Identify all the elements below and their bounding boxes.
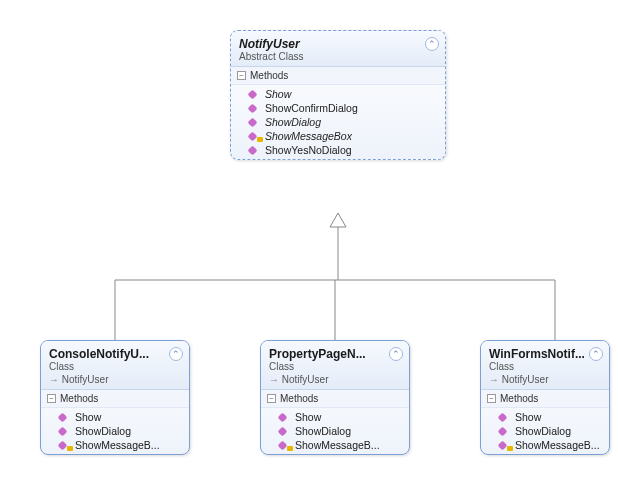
method-icon	[59, 426, 71, 436]
method-name: ShowDialog	[515, 425, 571, 437]
method-showdialog[interactable]: ShowDialog	[481, 424, 609, 438]
class-name: PropertyPageN...	[269, 347, 401, 361]
section-label: Methods	[500, 393, 538, 404]
class-diagram-canvas: NotifyUser Abstract Class ⌃ − Methods Sh…	[0, 0, 618, 500]
method-list: ShowShowDialogShowMessageB...	[41, 408, 189, 454]
method-icon	[249, 131, 261, 141]
collapse-icon[interactable]: ⌃	[169, 347, 183, 361]
class-header: ConsoleNotifyU... Class NotifyUser ⌃	[41, 341, 189, 390]
class-name: ConsoleNotifyU...	[49, 347, 181, 361]
method-showdialog[interactable]: ShowDialog	[261, 424, 409, 438]
methods-section-header[interactable]: − Methods	[231, 67, 445, 85]
method-name: ShowMessageB...	[295, 439, 380, 451]
toggle-icon[interactable]: −	[487, 394, 496, 403]
collapse-icon[interactable]: ⌃	[425, 37, 439, 51]
class-box-consolenotifyuser[interactable]: ConsoleNotifyU... Class NotifyUser ⌃ − M…	[40, 340, 190, 455]
method-icon	[249, 103, 261, 113]
section-label: Methods	[60, 393, 98, 404]
inherits-label: NotifyUser	[269, 374, 401, 385]
class-name: WinFormsNotif...	[489, 347, 601, 361]
method-list: ShowShowDialogShowMessageB...	[481, 408, 609, 454]
method-name: ShowConfirmDialog	[265, 102, 358, 114]
class-box-propertypagenotify[interactable]: PropertyPageN... Class NotifyUser ⌃ − Me…	[260, 340, 410, 455]
method-show[interactable]: Show	[231, 87, 445, 101]
class-stereotype: Abstract Class	[239, 51, 437, 62]
class-header: NotifyUser Abstract Class ⌃	[231, 31, 445, 67]
methods-section-header[interactable]: − Methods	[41, 390, 189, 408]
method-name: ShowMessageB...	[75, 439, 160, 451]
method-showdialog[interactable]: ShowDialog	[231, 115, 445, 129]
method-name: Show	[75, 411, 101, 423]
class-box-notifyuser[interactable]: NotifyUser Abstract Class ⌃ − Methods Sh…	[230, 30, 446, 160]
method-icon	[59, 412, 71, 422]
class-stereotype: Class	[489, 361, 601, 372]
method-icon	[249, 117, 261, 127]
method-icon	[499, 440, 511, 450]
method-name: Show	[265, 88, 291, 100]
method-name: ShowDialog	[75, 425, 131, 437]
class-stereotype: Class	[269, 361, 401, 372]
method-icon	[279, 412, 291, 422]
method-show[interactable]: Show	[261, 410, 409, 424]
methods-section-header[interactable]: − Methods	[481, 390, 609, 408]
inherits-label: NotifyUser	[49, 374, 181, 385]
method-icon	[499, 412, 511, 422]
method-icon	[249, 145, 261, 155]
method-list: ShowShowDialogShowMessageB...	[261, 408, 409, 454]
method-showmessagebox[interactable]: ShowMessageBox	[231, 129, 445, 143]
toggle-icon[interactable]: −	[267, 394, 276, 403]
method-show[interactable]: Show	[481, 410, 609, 424]
section-label: Methods	[250, 70, 288, 81]
method-showmessageb[interactable]: ShowMessageB...	[41, 438, 189, 452]
method-showmessageb[interactable]: ShowMessageB...	[481, 438, 609, 452]
method-list: ShowShowConfirmDialogShowDialogShowMessa…	[231, 85, 445, 159]
methods-section-header[interactable]: − Methods	[261, 390, 409, 408]
method-showdialog[interactable]: ShowDialog	[41, 424, 189, 438]
method-name: ShowDialog	[295, 425, 351, 437]
toggle-icon[interactable]: −	[47, 394, 56, 403]
method-icon	[249, 89, 261, 99]
method-name: Show	[515, 411, 541, 423]
method-showmessageb[interactable]: ShowMessageB...	[261, 438, 409, 452]
class-stereotype: Class	[49, 361, 181, 372]
toggle-icon[interactable]: −	[237, 71, 246, 80]
method-showconfirmdialog[interactable]: ShowConfirmDialog	[231, 101, 445, 115]
method-icon	[59, 440, 71, 450]
collapse-icon[interactable]: ⌃	[389, 347, 403, 361]
class-box-winformsnotify[interactable]: WinFormsNotif... Class NotifyUser ⌃ − Me…	[480, 340, 610, 455]
method-name: Show	[295, 411, 321, 423]
class-header: PropertyPageN... Class NotifyUser ⌃	[261, 341, 409, 390]
inherits-label: NotifyUser	[489, 374, 601, 385]
method-icon	[279, 426, 291, 436]
method-name: ShowMessageBox	[265, 130, 352, 142]
class-name: NotifyUser	[239, 37, 437, 51]
collapse-icon[interactable]: ⌃	[589, 347, 603, 361]
method-name: ShowYesNoDialog	[265, 144, 352, 156]
section-label: Methods	[280, 393, 318, 404]
method-icon	[279, 440, 291, 450]
method-show[interactable]: Show	[41, 410, 189, 424]
method-name: ShowMessageB...	[515, 439, 600, 451]
method-name: ShowDialog	[265, 116, 321, 128]
method-icon	[499, 426, 511, 436]
class-header: WinFormsNotif... Class NotifyUser ⌃	[481, 341, 609, 390]
method-showyesnodialog[interactable]: ShowYesNoDialog	[231, 143, 445, 157]
